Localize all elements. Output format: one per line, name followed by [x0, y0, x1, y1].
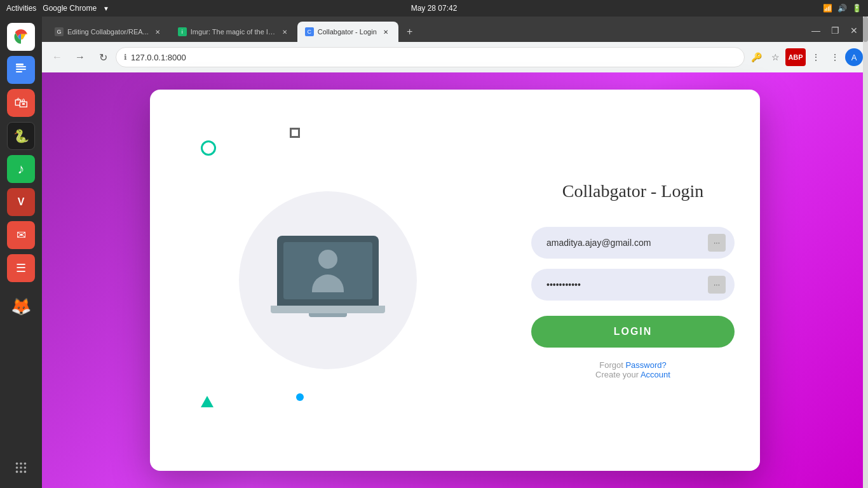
address-text[interactable]: 127.0.0.1:8000 [131, 53, 186, 62]
chrome-toolbar: ← → ↻ ℹ 127.0.0.1:8000 🔑 ☆ ABP ⋮ ⋮ A [42, 42, 868, 72]
login-title: Collabgator - Login [562, 181, 703, 201]
svg-point-9 [20, 466, 22, 469]
create-account-link[interactable]: Account [641, 370, 670, 379]
dec-triangle [201, 396, 214, 407]
svg-point-8 [16, 466, 18, 469]
sidebar-icon-appstore[interactable]: 🛍 [7, 89, 35, 117]
forgot-password-text: Forgot Password? [599, 360, 667, 370]
svg-point-13 [24, 471, 27, 473]
laptop-base [271, 306, 385, 313]
user-body-icon [312, 274, 344, 292]
sidebar-icon-vivaldi[interactable]: V [7, 188, 35, 216]
abp-icon[interactable]: ABP [785, 48, 806, 66]
sidebar-icon-apps[interactable] [7, 454, 35, 482]
close-button[interactable]: ✕ [845, 22, 863, 39]
minimize-button[interactable]: — [807, 22, 825, 39]
browser-name-label: Google Chrome [43, 4, 97, 13]
laptop-stand [309, 313, 347, 317]
toolbar-extensions: 🔑 ☆ ABP ⋮ ⋮ A [747, 48, 863, 66]
password-input-wrapper: ··· [531, 269, 735, 301]
left-panel [150, 90, 506, 471]
lock-icon: ℹ [124, 53, 127, 62]
tab-2[interactable]: i Imgur: The magic of the In... ✕ [170, 22, 297, 42]
svg-rect-4 [16, 71, 22, 72]
decorative-circle [239, 191, 417, 369]
chrome-titlebar: G Editing Collabgator/REA... ✕ i Imgur: … [42, 17, 868, 42]
tab-1-close[interactable]: ✕ [153, 27, 163, 37]
svg-point-6 [20, 463, 22, 465]
svg-point-5 [16, 463, 18, 465]
tab-1-title: Editing Collabgator/REA... [67, 28, 149, 36]
star-icon[interactable]: ☆ [766, 48, 784, 66]
svg-point-12 [20, 471, 22, 473]
login-button[interactable]: LOGIN [531, 316, 735, 348]
right-panel: Collabgator - Login ··· ··· LOGIN Forgot… [506, 143, 760, 417]
os-topbar-right: 📶 🔊 🔋 [823, 4, 862, 13]
network-icon: 📶 [823, 4, 832, 13]
tab-3-title: Collabgator - Login [318, 28, 377, 36]
tab-1[interactable]: G Editing Collabgator/REA... ✕ [47, 22, 170, 42]
tab-3-favicon: C [305, 27, 314, 36]
create-account-text: Create your Account [595, 370, 670, 379]
sidebar-icon-pycharm[interactable]: 🐍 [7, 122, 35, 150]
svg-rect-1 [16, 64, 24, 65]
email-input[interactable] [531, 227, 735, 259]
scrollbar[interactable] [863, 17, 868, 488]
forward-button[interactable]: → [70, 47, 90, 67]
sidebar-icon-mail[interactable]: ✉ [7, 221, 35, 249]
tab-2-close[interactable]: ✕ [280, 27, 290, 37]
dec-square [290, 128, 300, 138]
email-input-wrapper: ··· [531, 227, 735, 259]
sidebar-icon-spotify[interactable]: ♪ [7, 155, 35, 183]
activities-label[interactable]: Activities [6, 4, 36, 13]
dec-circle [201, 140, 216, 156]
dec-dot [296, 393, 304, 401]
maximize-button[interactable]: ❐ [826, 22, 844, 39]
sidebar-icon-firefox[interactable]: 🦊 [7, 292, 35, 320]
dropdown-icon[interactable]: ▼ [103, 5, 109, 12]
sidebar: 🛍 🐍 ♪ V ✉ ☰ 🦊 [0, 17, 42, 488]
sidebar-icon-chrome[interactable] [7, 23, 35, 51]
scrollbar-thumb[interactable] [863, 17, 868, 42]
laptop-screen [277, 236, 379, 306]
laptop-screen-inner [283, 242, 372, 299]
login-card: Collabgator - Login ··· ··· LOGIN Forgot… [150, 90, 760, 471]
laptop-illustration [271, 236, 385, 325]
email-input-icon: ··· [708, 234, 726, 252]
more-icon[interactable]: ⋮ [807, 48, 825, 66]
sidebar-icon-tasks[interactable]: ☰ [7, 254, 35, 282]
user-head-icon [318, 250, 337, 269]
svg-rect-3 [16, 69, 26, 70]
new-tab-button[interactable]: + [401, 23, 419, 41]
svg-point-11 [16, 471, 18, 473]
tab-1-favicon: G [55, 27, 64, 36]
tab-2-title: Imgur: The magic of the In... [191, 28, 276, 36]
forgot-password-link[interactable]: Password? [625, 360, 666, 370]
os-topbar-left: Activities Google Chrome ▼ [6, 4, 109, 13]
window-controls: — ❐ ✕ [807, 22, 868, 42]
address-bar[interactable]: ℹ 127.0.0.1:8000 [116, 47, 745, 67]
reload-button[interactable]: ↻ [93, 47, 113, 67]
forgot-label: Forgot [599, 360, 623, 370]
battery-icon: 🔋 [852, 4, 862, 13]
svg-point-10 [24, 466, 27, 469]
tab-3[interactable]: C Collabgator - Login ✕ [297, 22, 398, 42]
key-icon: 🔑 [747, 48, 765, 66]
tab-3-close[interactable]: ✕ [381, 27, 391, 37]
page-content: Collabgator - Login ··· ··· LOGIN Forgot… [42, 72, 868, 488]
profile-button[interactable]: A [845, 48, 863, 66]
create-label: Create your [595, 370, 639, 379]
password-input-icon: ··· [708, 276, 726, 294]
menu-icon[interactable]: ⋮ [826, 48, 844, 66]
password-input[interactable] [531, 269, 735, 301]
sidebar-icon-docs[interactable] [7, 56, 35, 84]
browser-window: G Editing Collabgator/REA... ✕ i Imgur: … [42, 17, 868, 488]
volume-icon: 🔊 [837, 4, 847, 13]
os-topbar-datetime: May 28 07:42 [411, 4, 458, 13]
back-button[interactable]: ← [47, 47, 67, 67]
tab-2-favicon: i [178, 27, 187, 36]
os-topbar: Activities Google Chrome ▼ May 28 07:42 … [0, 0, 868, 17]
svg-point-7 [24, 463, 27, 465]
svg-rect-2 [16, 66, 26, 67]
